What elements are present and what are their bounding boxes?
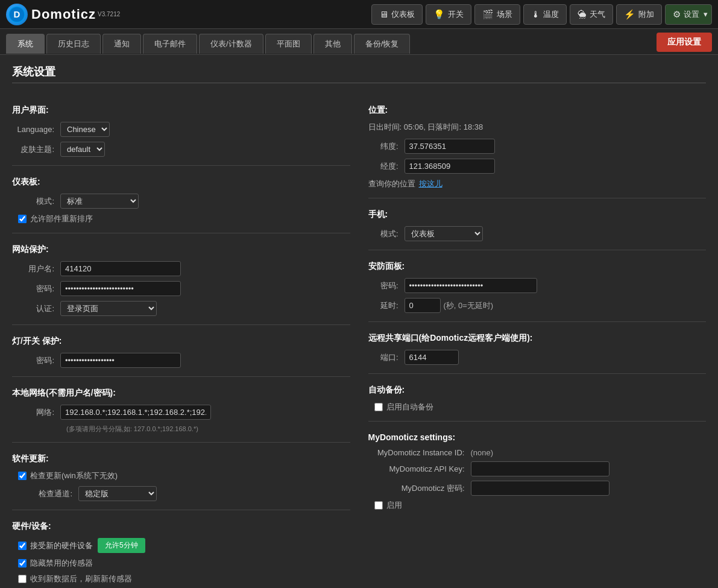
nav-switches-btn[interactable]: 💡 开关 xyxy=(426,4,471,25)
find-location-link[interactable]: 按这儿 xyxy=(419,179,442,189)
tab-notify[interactable]: 通知 xyxy=(102,34,141,54)
mydom-api-input[interactable] xyxy=(471,461,609,476)
svg-text:D: D xyxy=(14,9,20,19)
mydom-password-input[interactable] xyxy=(471,481,609,496)
delay-input[interactable] xyxy=(405,298,441,313)
auth-label: 认证: xyxy=(12,303,60,314)
tab-history[interactable]: 历史日志 xyxy=(46,34,101,54)
light-password-input[interactable] xyxy=(60,353,181,368)
check-update-row: 检查更新(win系统下无效) xyxy=(18,470,350,481)
password-label: 密码: xyxy=(12,283,60,294)
username-input[interactable] xyxy=(60,261,181,276)
nav-dashboard-btn[interactable]: 🖥 仪表板 xyxy=(371,4,423,25)
language-row: Language: Chinese English German French … xyxy=(12,122,350,137)
mydom-password-label: MyDomoticz 密码: xyxy=(368,483,471,494)
skin-row: 皮肤主题: default dark light xyxy=(12,142,350,157)
tab-meter[interactable]: 仪表/计数器 xyxy=(199,34,263,54)
weather-icon: 🌦 xyxy=(578,9,587,19)
password-input[interactable] xyxy=(60,281,181,296)
tab-floorplan[interactable]: 平面图 xyxy=(265,34,312,54)
lat-label: 纬度: xyxy=(368,141,405,152)
nav-utility-btn[interactable]: ⚡ 附加 xyxy=(616,4,662,25)
port-row: 端口: xyxy=(368,350,707,365)
username-row: 用户名: xyxy=(12,261,350,276)
check-update-checkbox[interactable] xyxy=(18,472,27,480)
check-channel-select[interactable]: 稳定版 测试版 开发版 xyxy=(78,486,157,501)
check-update-label[interactable]: 检查更新(win系统下无效) xyxy=(30,470,118,481)
port-input[interactable] xyxy=(405,350,459,365)
auto-backup-checkbox[interactable] xyxy=(374,403,383,411)
right-column: 位置: 日出时间: 05:06, 日落时间: 18:38 纬度: 经度: 查询你… xyxy=(368,94,707,588)
hide-disabled-checkbox[interactable] xyxy=(18,559,27,567)
allow-reorder-row: 允许部件重新排序 xyxy=(18,213,350,224)
lat-row: 纬度: xyxy=(368,139,707,154)
refresh-label[interactable]: 收到新数据后，刷新新传感器 xyxy=(30,574,132,584)
accept-hardware-row: 接受新的硬件设备 允许5分钟 xyxy=(12,538,350,553)
accept-hardware-checkbox[interactable] xyxy=(18,542,27,550)
mydom-instance-label: MyDomoticz Instance ID: xyxy=(368,448,471,457)
scenes-icon: 🎬 xyxy=(482,9,494,20)
check-channel-row: 检查通道: 稳定版 测试版 开发版 xyxy=(12,486,350,501)
mode-label: 模式: xyxy=(12,196,60,207)
tab-system[interactable]: 系统 xyxy=(6,34,45,54)
utility-icon: ⚡ xyxy=(624,9,635,20)
apply-settings-button[interactable]: 应用设置 xyxy=(657,33,712,52)
security-password-label: 密码: xyxy=(368,280,405,291)
skin-select[interactable]: default dark light xyxy=(60,142,105,157)
hide-disabled-row: 隐藏禁用的传感器 xyxy=(18,558,350,569)
location-section-title: 位置: xyxy=(368,105,707,116)
tab-email[interactable]: 电子邮件 xyxy=(143,34,197,54)
refresh-sensor-checkbox[interactable] xyxy=(18,575,27,583)
ui-section-title: 用户界面: xyxy=(12,105,350,116)
website-section-title: 网站保护: xyxy=(12,244,350,255)
remote-section-title: 远程共享端口(给Domoticz远程客户端使用): xyxy=(368,333,707,344)
skin-label: 皮肤主题: xyxy=(12,144,60,155)
allow-5min-button[interactable]: 允许5分钟 xyxy=(98,538,145,553)
software-section-title: 软件更新: xyxy=(12,454,350,464)
lat-input[interactable] xyxy=(405,139,495,154)
mydom-api-row: MyDomoticz API Key: xyxy=(368,461,707,476)
allow-reorder-checkbox[interactable] xyxy=(18,215,27,223)
mydom-instance-value: (none) xyxy=(471,448,494,457)
tab-backup[interactable]: 备份/恢复 xyxy=(354,34,411,54)
auth-select[interactable]: 登录页面 基本认证 无 xyxy=(60,301,157,316)
two-column-layout: 用户界面: Language: Chinese English German F… xyxy=(12,94,706,588)
nav-scenes-btn[interactable]: 🎬 场景 xyxy=(474,4,520,25)
lng-input[interactable] xyxy=(405,159,495,174)
auto-backup-row: 启用自动备份 xyxy=(374,402,707,413)
mydom-enable-checkbox[interactable] xyxy=(374,501,383,510)
accept-hardware-label[interactable]: 接受新的硬件设备 xyxy=(30,540,93,551)
light-password-row: 密码: xyxy=(12,353,350,368)
hide-disabled-label[interactable]: 隐藏禁用的传感器 xyxy=(30,558,93,569)
language-select[interactable]: Chinese English German French Dutch xyxy=(60,122,110,137)
network-input[interactable] xyxy=(60,405,211,420)
mydom-section-title: MyDomoticz settings: xyxy=(368,432,707,442)
mydom-enable-row: 启用 xyxy=(374,500,707,511)
security-password-row: 密码: xyxy=(368,278,707,293)
mydom-enable-label[interactable]: 启用 xyxy=(386,500,402,511)
security-password-input[interactable] xyxy=(405,278,537,293)
allow-reorder-label[interactable]: 允许部件重新排序 xyxy=(30,213,93,224)
network-hint: (多项请用分号分隔,如: 127.0.0.*;192.168.0.*) xyxy=(66,425,350,434)
temperature-icon: 🌡 xyxy=(531,9,540,19)
mobile-mode-select[interactable]: 仪表板 开关 场景 xyxy=(405,226,483,241)
dashboard-icon: 🖥 xyxy=(379,9,388,19)
mode-row: 模式: 标准 简洁 详细 xyxy=(12,194,350,209)
app-logo-icon: D xyxy=(6,4,28,25)
tab-other[interactable]: 其他 xyxy=(313,34,352,54)
network-label: 网络: xyxy=(12,407,60,418)
check-channel-label: 检查通道: xyxy=(12,488,78,499)
mode-select[interactable]: 标准 简洁 详细 xyxy=(60,194,139,209)
auth-row: 认证: 登录页面 基本认证 无 xyxy=(12,301,350,316)
light-password-label: 密码: xyxy=(12,355,60,366)
delay-row: 延时: (秒, 0=无延时) xyxy=(368,298,707,313)
mobile-section-title: 手机: xyxy=(368,209,707,220)
delay-label: 延时: xyxy=(368,300,405,311)
nav-weather-btn[interactable]: 🌦 天气 xyxy=(570,4,613,25)
logo-area: D Domoticz V3.7212 xyxy=(6,4,120,25)
nav-temperature-label: 温度 xyxy=(543,9,559,20)
nav-temperature-btn[interactable]: 🌡 温度 xyxy=(523,4,567,25)
refresh-row: 收到新数据后，刷新新传感器 xyxy=(18,574,350,584)
nav-settings-btn[interactable]: ⚙ 设置 xyxy=(665,4,712,25)
auto-backup-label[interactable]: 启用自动备份 xyxy=(386,402,433,413)
